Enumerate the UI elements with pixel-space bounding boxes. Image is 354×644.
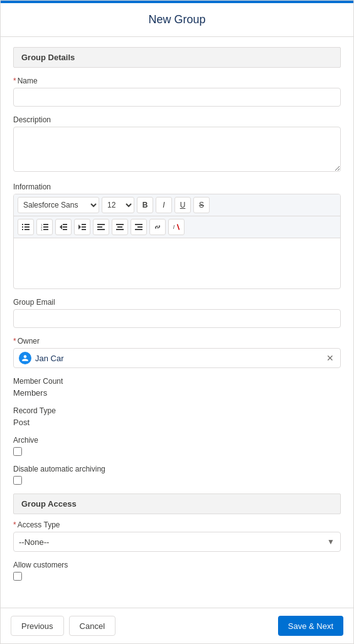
align-left-icon — [97, 223, 105, 231]
disable-archiving-checkbox-group — [13, 476, 341, 485]
disable-archiving-label: Disable automatic archiving — [13, 465, 341, 473]
svg-rect-1 — [24, 224, 30, 225]
svg-rect-9 — [43, 226, 48, 228]
modal-title: New Group — [13, 13, 341, 26]
svg-rect-23 — [116, 224, 124, 225]
link-icon — [154, 223, 161, 231]
allow-customers-checkbox-group — [13, 572, 341, 581]
group-email-input[interactable] — [13, 309, 341, 328]
archive-checkbox-group — [13, 447, 341, 456]
allow-customers-label: Allow customers — [13, 561, 341, 569]
ordered-list-button[interactable]: 1.2.3. — [36, 219, 53, 235]
group-details-section-header: Group Details — [13, 47, 341, 68]
name-field-group: *Name — [13, 77, 341, 107]
clear-format-icon: I — [173, 223, 180, 231]
svg-rect-26 — [135, 224, 142, 225]
svg-rect-17 — [82, 224, 86, 225]
svg-rect-14 — [63, 226, 67, 228]
modal-container: New Group Group Details *Name Descriptio… — [0, 0, 354, 644]
rich-text-editor: Salesforce Sans Arial Times New Roman Co… — [13, 194, 341, 289]
svg-rect-24 — [117, 226, 122, 228]
owner-required-star: * — [13, 337, 16, 346]
group-email-field-group: Group Email — [13, 298, 341, 328]
svg-rect-21 — [97, 226, 102, 228]
link-button[interactable] — [149, 219, 166, 235]
access-type-field-group: *Access Type --None-- Public Private Unl… — [13, 520, 341, 552]
svg-rect-28 — [135, 229, 142, 230]
svg-rect-5 — [24, 229, 30, 230]
font-family-select[interactable]: Salesforce Sans Arial Times New Roman Co… — [18, 197, 99, 213]
member-count-field-group: Member Count Members — [13, 377, 341, 398]
previous-button[interactable]: Previous — [11, 616, 64, 636]
name-input[interactable] — [13, 88, 341, 107]
svg-rect-7 — [43, 224, 48, 225]
archive-checkbox[interactable] — [13, 447, 22, 456]
align-right-button[interactable] — [131, 219, 147, 235]
name-required-star: * — [13, 77, 16, 85]
strikethrough-button[interactable]: S — [193, 197, 210, 213]
record-type-value: Post — [13, 418, 341, 427]
description-field-group: Description — [13, 115, 341, 174]
font-size-select[interactable]: 891011 121416 182436 — [102, 197, 134, 213]
svg-line-30 — [178, 224, 180, 230]
italic-button[interactable]: I — [156, 197, 172, 213]
svg-rect-19 — [82, 229, 86, 230]
group-email-label: Group Email — [13, 298, 341, 307]
owner-field[interactable]: Jan Car ✕ — [13, 348, 341, 368]
group-access-section-header: Group Access — [13, 494, 341, 514]
indent-button[interactable] — [74, 219, 90, 235]
access-type-label: *Access Type — [13, 520, 341, 529]
owner-user-icon — [19, 352, 31, 364]
align-right-icon — [135, 223, 142, 231]
rte-toolbar-row1: Salesforce Sans Arial Times New Roman Co… — [14, 194, 340, 216]
disable-archiving-checkbox[interactable] — [13, 476, 22, 485]
svg-text:I: I — [173, 224, 175, 230]
align-center-icon — [116, 223, 124, 231]
member-count-label: Member Count — [13, 377, 341, 386]
cancel-button[interactable]: Cancel — [69, 616, 115, 636]
svg-rect-20 — [97, 224, 105, 225]
owner-clear-button[interactable]: ✕ — [325, 352, 335, 364]
underline-button[interactable]: U — [174, 197, 191, 213]
svg-rect-13 — [63, 224, 67, 225]
svg-rect-27 — [137, 226, 142, 228]
user-icon — [21, 354, 29, 362]
svg-rect-15 — [63, 229, 67, 230]
modal-header: New Group — [1, 3, 353, 37]
svg-rect-25 — [116, 229, 124, 230]
svg-rect-22 — [97, 229, 105, 230]
information-field-group: Information Salesforce Sans Arial Times … — [13, 182, 341, 289]
owner-name-text: Jan Car — [35, 354, 325, 363]
allow-customers-checkbox[interactable] — [13, 572, 22, 581]
archive-field-group: Archive — [13, 436, 341, 456]
ul-icon — [22, 223, 30, 231]
svg-text:3.: 3. — [41, 228, 43, 231]
name-label: *Name — [13, 77, 341, 85]
archive-label: Archive — [13, 436, 341, 445]
disable-archiving-field-group: Disable automatic archiving — [13, 465, 341, 485]
description-textarea[interactable] — [13, 127, 341, 172]
modal-footer: Previous Cancel Save & Next — [1, 608, 353, 643]
allow-customers-field-group: Allow customers — [13, 561, 341, 581]
align-center-button[interactable] — [112, 219, 128, 235]
description-label: Description — [13, 115, 341, 124]
svg-rect-0 — [22, 224, 23, 225]
information-label: Information — [13, 182, 341, 191]
rte-toolbar-row2: 1.2.3. — [14, 216, 340, 238]
member-count-value: Members — [13, 388, 341, 398]
unordered-list-button[interactable] — [18, 219, 34, 235]
indent-in-icon — [78, 223, 86, 231]
align-left-button[interactable] — [93, 219, 109, 235]
owner-field-group: *Owner Jan Car ✕ — [13, 337, 341, 368]
modal-body: Group Details *Name Description Informat… — [1, 37, 353, 608]
clear-format-button[interactable]: I — [168, 219, 185, 235]
record-type-label: Record Type — [13, 406, 341, 415]
svg-marker-16 — [78, 224, 81, 230]
access-type-select[interactable]: --None-- Public Private Unlisted — [13, 532, 341, 552]
access-type-required-star: * — [13, 520, 16, 529]
save-next-button[interactable]: Save & Next — [278, 616, 343, 636]
rte-content-area[interactable] — [14, 238, 340, 288]
svg-rect-18 — [82, 226, 86, 228]
bold-button[interactable]: B — [137, 197, 153, 213]
outdent-button[interactable] — [55, 219, 72, 235]
